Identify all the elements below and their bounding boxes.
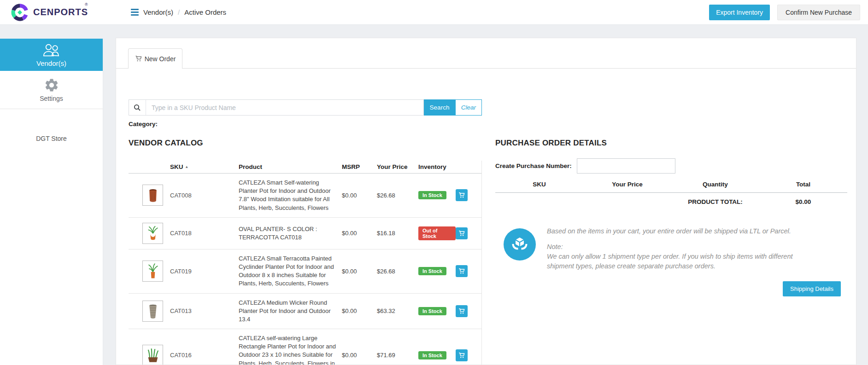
catalog-row: CAT018OVAL PLANTER- S COLOR : TERRACOTTA… (129, 218, 481, 249)
product-msrp: $0.00 (342, 307, 377, 314)
purchase-number-input[interactable] (577, 158, 675, 174)
shipping-line: Based on the items in your cart, your en… (547, 226, 793, 236)
search-button[interactable]: Search (424, 99, 455, 116)
product-thumbnail (142, 261, 163, 282)
tab-divider (116, 68, 856, 69)
vendor-catalog-section: VENDOR CATALOG SKU ▲ Product MSRP Your P… (129, 139, 482, 365)
catalog-header-msrp: MSRP (342, 163, 377, 170)
product-thumbnail (142, 185, 163, 206)
product-msrp: $0.00 (342, 268, 377, 275)
catalog-header-your-price: Your Price (377, 163, 418, 170)
cart-icon (135, 55, 142, 62)
shipping-note-text: Based on the items in your cart, your en… (547, 226, 793, 271)
add-to-cart-button[interactable] (456, 265, 468, 277)
category-label: Category: (129, 121, 158, 127)
product-sku: CAT018 (170, 230, 239, 237)
product-total-value: $0.00 (759, 198, 847, 205)
stock-badge: In Stock (418, 351, 446, 359)
po-header-quantity: Quantity (671, 181, 759, 192)
product-name: CATLEZA Medium Wicker Round Planter Pot … (239, 299, 342, 324)
breadcrumb: Vendor(s) / Active Orders (131, 8, 226, 16)
shipping-care-icon (504, 228, 536, 261)
catalog-row: CAT008CATLEZA Smart Self-watering Plante… (129, 174, 481, 218)
po-header-row: SKU Your Price Quantity Total (495, 181, 847, 193)
po-total-row: PRODUCT TOTAL: $0.00 (495, 198, 847, 205)
users-icon (42, 43, 61, 58)
sidebar-item-label: Vendor(s) (36, 59, 66, 67)
brand-name: CENPORTS (33, 7, 88, 17)
product-sku: CAT008 (170, 192, 239, 199)
add-to-cart-button[interactable] (456, 227, 468, 239)
tab-new-order[interactable]: New Order (128, 48, 182, 69)
po-header-your-price: Your Price (583, 181, 671, 192)
product-msrp: $0.00 (342, 192, 377, 199)
tab-label: New Order (145, 55, 176, 63)
menu-icon[interactable] (131, 9, 139, 16)
catalog-row: CAT016CATLEZA self-watering Large Rectan… (129, 329, 481, 365)
product-your-price: $26.68 (377, 268, 418, 275)
product-your-price: $63.32 (377, 307, 418, 314)
vendor-catalog-table: SKU ▲ Product MSRP Your Price Inventory … (129, 161, 482, 365)
note-line-1: We can only allow 1 shipment type per or… (547, 252, 793, 261)
cart-icon (458, 352, 465, 359)
product-total-label: PRODUCT TOTAL: (671, 198, 759, 205)
stock-badge: Out of Stock (418, 226, 456, 240)
add-to-cart-button[interactable] (456, 349, 468, 361)
product-name: CATLEZA Smart Self-watering Planter Pot … (239, 179, 342, 212)
export-inventory-button[interactable]: Export Inventory (709, 5, 770, 20)
catalog-header-row: SKU ▲ Product MSRP Your Price Inventory (129, 161, 481, 174)
registered-mark: ® (85, 2, 88, 7)
brand-logo[interactable]: CENPORTS ® (0, 0, 103, 25)
cenports-logo-icon (10, 3, 29, 22)
vendor-catalog-title: VENDOR CATALOG (129, 139, 482, 148)
purchase-order-section: PURCHASE ORDER DETAILS Create Purchase N… (495, 139, 847, 296)
cart-icon (458, 230, 465, 237)
product-msrp: $0.00 (342, 230, 377, 237)
po-header-total: Total (759, 181, 847, 192)
breadcrumb-vendors[interactable]: Vendor(s) (143, 8, 173, 16)
sidebar: Vendor(s) Settings DGT Store (0, 39, 103, 365)
product-your-price: $71.69 (377, 352, 418, 359)
purchase-order-title: PURCHASE ORDER DETAILS (495, 139, 847, 148)
product-sku: CAT016 (170, 352, 239, 359)
product-msrp: $0.00 (342, 352, 377, 359)
cart-icon (458, 268, 465, 274)
stock-badge: In Stock (418, 307, 446, 315)
catalog-header-inventory: Inventory (418, 163, 456, 170)
product-thumbnail (142, 301, 163, 322)
catalog-row: CAT019CATLEZA Small Terracotta Painted C… (129, 249, 481, 294)
sort-asc-icon: ▲ (185, 165, 188, 169)
clear-button[interactable]: Clear (455, 99, 482, 116)
product-thumbnail (142, 345, 163, 365)
stock-badge: In Stock (418, 267, 446, 275)
shipping-details-button[interactable]: Shipping Details (783, 281, 841, 296)
search-input[interactable] (146, 104, 423, 111)
search-bar: Search Clear (129, 99, 482, 116)
product-name: CATLEZA Small Terracotta Painted Cyclind… (239, 255, 342, 288)
stock-badge: In Stock (418, 191, 446, 199)
product-thumbnail (142, 223, 163, 244)
sidebar-item-vendors[interactable]: Vendor(s) (0, 39, 103, 71)
search-icon[interactable] (129, 100, 146, 115)
add-to-cart-button[interactable] (456, 305, 468, 317)
catalog-header-product: Product (239, 163, 342, 170)
sidebar-item-settings[interactable]: Settings (0, 71, 103, 109)
add-to-cart-button[interactable] (456, 189, 468, 201)
sidebar-item-label: Settings (40, 95, 63, 102)
note-label: Note: (547, 242, 793, 252)
product-your-price: $26.68 (377, 192, 418, 199)
top-header: CENPORTS ® Vendor(s) / Active Orders Exp… (0, 0, 868, 25)
cart-icon (458, 192, 465, 198)
catalog-header-sku[interactable]: SKU ▲ (170, 163, 239, 170)
product-name: CATLEZA self-watering Large Rectangle Pl… (239, 334, 342, 365)
shipping-info: Based on the items in your cart, your en… (495, 226, 847, 271)
confirm-new-purchase-button[interactable]: Confirm New Purchase (777, 5, 860, 20)
gear-icon (44, 77, 59, 93)
product-sku: CAT019 (170, 268, 239, 275)
note-line-2: shipment types, please create separate p… (547, 261, 793, 271)
catalog-row: CAT013CATLEZA Medium Wicker Round Plante… (129, 294, 481, 330)
product-your-price: $16.18 (377, 230, 418, 237)
sidebar-item-dgt-store[interactable]: DGT Store (0, 135, 103, 142)
cart-icon (458, 308, 465, 314)
product-sku: CAT013 (170, 307, 239, 314)
